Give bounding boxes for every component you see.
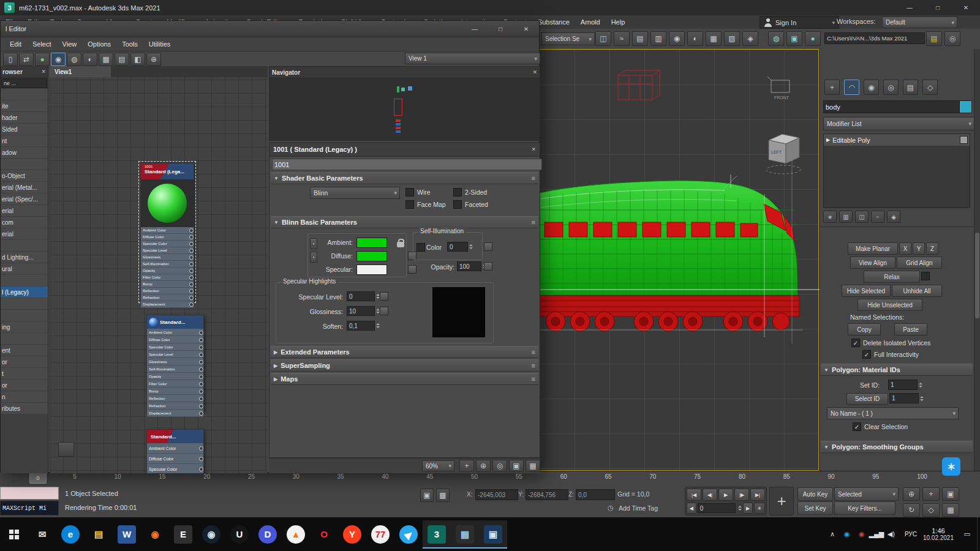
- current-frame-field[interactable]: 0: [698, 503, 736, 513]
- train-model[interactable]: [540, 174, 799, 331]
- x-coordinate-field[interactable]: -2645,003: [475, 489, 518, 500]
- browser-item[interactable]: ing: [1, 321, 48, 332]
- browser-item[interactable]: [1, 275, 48, 286]
- node-slot[interactable]: Self-Illumination: [147, 365, 203, 373]
- schematic-view-icon[interactable]: ◐: [687, 31, 703, 46]
- action-center-icon[interactable]: ▭: [960, 517, 974, 551]
- node-slot[interactable]: Refraction: [147, 402, 203, 410]
- browser-item[interactable]: o-Object: [1, 170, 48, 181]
- material-editor-titlebar[interactable]: l Editor —□✕: [1, 21, 539, 37]
- show-desktop-button[interactable]: [977, 517, 980, 551]
- maximize-button[interactable]: □: [924, 0, 952, 15]
- browser-search-input[interactable]: ne ...: [1, 78, 47, 88]
- add-time-tag[interactable]: Add Time Tag: [619, 504, 658, 512]
- make-planar-button[interactable]: Make Planar: [848, 242, 898, 255]
- tray-expand-icon[interactable]: ∧: [825, 517, 840, 551]
- node-slot[interactable]: Filter Color: [147, 380, 203, 388]
- set-key-button[interactable]: Set Key: [797, 501, 833, 515]
- object-name-field[interactable]: body: [823, 100, 960, 113]
- supersampling-rollout[interactable]: ▶SuperSampling ≡: [271, 359, 538, 372]
- planar-z-button[interactable]: Z: [926, 242, 938, 255]
- node-slot[interactable]: Ambient Color: [141, 227, 194, 234]
- node-slot[interactable]: Opacity: [147, 373, 203, 380]
- browser-item[interactable]: n: [1, 391, 48, 402]
- node-slot[interactable]: Filter Color: [141, 274, 194, 281]
- show-maps-icon[interactable]: ◍: [67, 53, 81, 66]
- browser-item[interactable]: or: [1, 380, 48, 391]
- scene-explorer-icon[interactable]: ▦: [706, 31, 722, 46]
- zoom-tool-icon[interactable]: ⊕: [146, 53, 161, 66]
- zoom-icon[interactable]: ⊕: [903, 487, 920, 501]
- set-id-field[interactable]: 1: [888, 380, 918, 390]
- timeline[interactable]: 0510152025303540455055606570758085909510…: [0, 471, 980, 485]
- node-slot[interactable]: Self-Illumination: [141, 261, 194, 268]
- browser-item[interactable]: erial (Metal...: [1, 182, 48, 193]
- material-node-1001[interactable]: 1001 Standard (Lega... Ambient ColorDiff…: [140, 163, 194, 301]
- browser-item[interactable]: ent: [1, 345, 48, 356]
- mail-app-icon[interactable]: ✉: [28, 520, 56, 549]
- floating-notification-icon[interactable]: ∗: [942, 457, 960, 476]
- view-tab[interactable]: View1: [50, 66, 111, 77]
- start-button[interactable]: [0, 520, 28, 549]
- shader-basic-parameters-rollout[interactable]: ▼Shader Basic Parameters ≡: [271, 172, 538, 184]
- remote-desktop-icon[interactable]: ▣: [479, 520, 507, 549]
- select-id-spinner[interactable]: [920, 394, 924, 403]
- selection-set-dropdown[interactable]: Selection Se: [541, 32, 595, 45]
- material-name-field[interactable]: 1001: [272, 159, 542, 170]
- relax-button[interactable]: Relax: [864, 271, 920, 283]
- wire-checkbox[interactable]: [405, 188, 414, 197]
- utilities-icon[interactable]: ▨: [724, 31, 740, 46]
- isolate-selection-icon[interactable]: ▣: [420, 489, 434, 502]
- hide-unselected-button[interactable]: Hide Unselected: [858, 299, 922, 311]
- ambient-color-swatch[interactable]: [356, 238, 387, 248]
- browser-item[interactable]: [1, 89, 48, 100]
- viewport[interactable]: FRONT LEFT: [539, 49, 819, 471]
- self-illum-map-button[interactable]: [484, 242, 492, 251]
- field-of-view-icon[interactable]: ◇: [922, 503, 940, 517]
- maxscript-listener[interactable]: MAXScript Mi: [0, 501, 59, 515]
- panel-scrollbar[interactable]: [974, 49, 980, 471]
- specular-level-field[interactable]: 0: [347, 291, 375, 301]
- browser-item[interactable]: Sided: [1, 124, 48, 135]
- node-slot[interactable]: Refraction: [141, 294, 194, 301]
- node-slot[interactable]: Opacity: [141, 268, 194, 274]
- next-frame-button[interactable]: ▶: [743, 503, 753, 514]
- browser-item[interactable]: ite: [1, 100, 48, 111]
- stack-onoff-icon[interactable]: [960, 136, 968, 144]
- file-explorer-icon[interactable]: ▤: [85, 520, 113, 549]
- navigator-view-frame[interactable]: [394, 99, 402, 116]
- curve-editor-icon[interactable]: ◉: [669, 31, 685, 46]
- menu-item[interactable]: Arnold: [575, 17, 606, 27]
- browser-item[interactable]: ural: [1, 263, 48, 274]
- material-name-dropdown[interactable]: No Name - ( 1 ): [827, 407, 959, 419]
- node-slot[interactable]: Bump: [141, 281, 194, 288]
- key-filters-button[interactable]: Key Filters...: [834, 501, 895, 515]
- menu-item[interactable]: Select: [27, 39, 57, 49]
- zoom-extents-icon[interactable]: ▣: [942, 487, 959, 501]
- zoom-region-icon[interactable]: ▣: [509, 460, 524, 472]
- browser-item[interactable]: erial: [1, 205, 48, 216]
- app-77-icon[interactable]: 77: [366, 520, 394, 549]
- epic-games-icon[interactable]: E: [169, 520, 197, 549]
- browser-item[interactable]: adow: [1, 147, 48, 158]
- previous-frame-button[interactable]: ◀: [687, 503, 696, 514]
- sign-in-button[interactable]: Sign In ▾: [760, 16, 839, 29]
- unhide-all-button[interactable]: Unhide All: [892, 285, 942, 297]
- zoom-view-icon[interactable]: ⊕: [476, 460, 491, 472]
- hierarchy-tab-icon[interactable]: ◉: [864, 80, 879, 95]
- opacity-map-button[interactable]: [484, 262, 492, 271]
- view-align-button[interactable]: View Align: [850, 257, 895, 269]
- tray-telegram-icon[interactable]: ◉: [840, 517, 854, 551]
- select-id-button[interactable]: Select ID: [846, 393, 888, 405]
- project-folder-field[interactable]: C:\Users\IVAN...\3ds Max 2021: [824, 32, 925, 44]
- rendered-frame-icon[interactable]: ▣: [786, 31, 802, 46]
- key-mode-icon[interactable]: ∗: [754, 503, 765, 514]
- browser-item[interactable]: l (Legacy): [1, 287, 48, 298]
- node-slot[interactable]: Specular Color: [141, 241, 194, 247]
- scrollbar-thumb[interactable]: [975, 233, 979, 318]
- planar-y-button[interactable]: Y: [913, 242, 925, 255]
- layout-all-icon[interactable]: ▦: [99, 53, 113, 66]
- soften-field[interactable]: 0,1: [347, 321, 375, 331]
- ribbon-toggle-icon[interactable]: ▥: [650, 31, 666, 46]
- browser-item[interactable]: t: [1, 368, 48, 379]
